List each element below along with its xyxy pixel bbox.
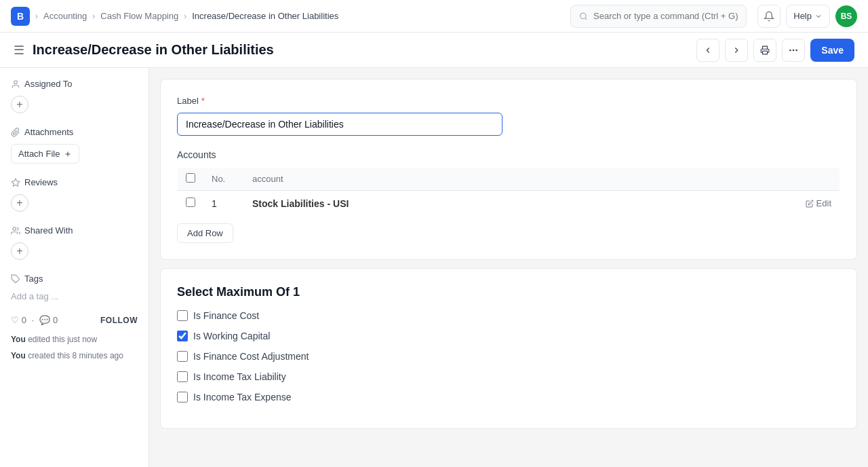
checkbox-is-income-tax-expense[interactable] (177, 392, 188, 403)
add-shared-with-button[interactable]: + (11, 242, 28, 260)
topnav-actions: Help BS (757, 5, 857, 28)
chevron-right-icon (732, 45, 741, 55)
ellipsis-icon (788, 45, 799, 56)
svg-point-2 (790, 50, 791, 50)
row-no-cell: 1 (203, 191, 244, 217)
option-is-finance-cost[interactable]: Is Finance Cost (177, 310, 840, 321)
col-header-checkbox (178, 168, 204, 191)
breadcrumb-sep-3: › (184, 12, 186, 21)
select-all-checkbox[interactable] (186, 173, 195, 183)
breadcrumb-sep-2: › (92, 12, 95, 21)
col-header-no: No. (203, 168, 244, 191)
attachments-title: Attachments (11, 127, 138, 137)
tags-section: Tags Add a tag ... (11, 274, 138, 301)
label-field-label-row: Label * (177, 96, 840, 106)
option-label-is-finance-cost-adjustment: Is Finance Cost Adjustment (193, 351, 309, 362)
row-checkbox[interactable] (186, 198, 195, 207)
sidebar: Assigned To + Attachments Attach File Re… (0, 68, 149, 467)
chevron-down-icon (814, 12, 823, 20)
assigned-to-title: Assigned To (11, 79, 138, 89)
option-label-is-finance-cost: Is Finance Cost (193, 310, 259, 321)
app-logo[interactable]: B (11, 7, 30, 26)
top-navigation: B › Accounting › Cash Flow Mapping › Inc… (0, 0, 868, 33)
page-title: Increase/Decrease in Other Liabilities (33, 42, 688, 58)
option-is-finance-cost-adjustment[interactable]: Is Finance Cost Adjustment (177, 351, 840, 362)
checkbox-is-income-tax-liability[interactable] (177, 371, 188, 382)
save-button[interactable]: Save (810, 39, 854, 62)
page-actions: Save (696, 39, 854, 62)
help-button[interactable]: Help (786, 5, 830, 28)
svg-rect-1 (763, 51, 768, 54)
breadcrumb-cash-flow[interactable]: Cash Flow Mapping (100, 11, 178, 21)
breadcrumb-current: Increase/Decrease in Other Liabilities (192, 11, 338, 21)
svg-point-3 (793, 50, 794, 50)
table-row: 1 Stock Liabilities - USI Edit (178, 191, 840, 217)
add-assigned-to-button[interactable]: + (11, 96, 28, 113)
breadcrumb-sep-1: › (35, 12, 38, 21)
add-tag-input[interactable]: Add a tag ... (11, 291, 58, 301)
checkbox-is-working-capital[interactable] (177, 331, 188, 341)
accounts-table: No. account 1 Stock Liabilities - USI (177, 167, 840, 217)
activity-item-2: You created this 8 minutes ago (11, 350, 138, 362)
printer-icon (760, 45, 770, 55)
prev-button[interactable] (696, 39, 719, 62)
more-options-button[interactable] (782, 39, 805, 62)
accounts-section-label: Accounts (177, 149, 840, 160)
main-content: Label * Accounts No. account (149, 68, 868, 467)
svg-point-4 (796, 50, 797, 50)
search-bar[interactable] (570, 5, 747, 28)
label-accounts-card: Label * Accounts No. account (160, 79, 857, 260)
checkbox-is-finance-cost-adjustment[interactable] (177, 351, 188, 362)
plus-icon (64, 150, 72, 158)
assigned-to-section: Assigned To + (11, 79, 138, 113)
col-header-actions (786, 168, 840, 191)
option-is-income-tax-expense[interactable]: Is Income Tax Expense (177, 392, 840, 403)
pencil-icon (806, 200, 814, 208)
activity-item-1: You edited this just now (11, 333, 138, 345)
reviews-section: Reviews + (11, 177, 138, 212)
label-field-input[interactable] (177, 113, 502, 136)
select-maximum-card: Select Maximum Of 1 Is Finance Cost Is W… (160, 268, 857, 429)
edit-row-button[interactable]: Edit (806, 198, 831, 208)
search-icon (579, 12, 588, 21)
chevron-left-icon (703, 45, 713, 55)
tag-icon (11, 274, 20, 284)
col-header-account: account (244, 168, 786, 191)
avatar[interactable]: BS (835, 5, 857, 27)
checkbox-is-finance-cost[interactable] (177, 310, 188, 321)
paperclip-icon (11, 128, 20, 137)
print-button[interactable] (753, 39, 776, 62)
breadcrumb-accounting[interactable]: Accounting (43, 11, 87, 21)
option-label-is-income-tax-liability: Is Income Tax Liability (193, 371, 286, 382)
svg-marker-8 (12, 179, 20, 186)
attach-file-button[interactable]: Attach File (11, 144, 79, 164)
row-account-cell: Stock Liabilities - USI (244, 191, 786, 217)
option-label-is-income-tax-expense: Is Income Tax Expense (193, 392, 291, 403)
main-layout: Assigned To + Attachments Attach File Re… (0, 68, 868, 467)
share-icon (11, 226, 20, 236)
option-label-is-working-capital: Is Working Capital (193, 331, 270, 341)
tags-title: Tags (11, 274, 138, 284)
search-input[interactable] (593, 11, 738, 21)
svg-point-0 (580, 13, 587, 19)
likes-row: ♡ 0 · 💬 0 FOLLOW (11, 315, 138, 325)
menu-toggle-button[interactable]: ☰ (14, 43, 24, 58)
comments-button[interactable]: 💬 0 (39, 315, 58, 325)
option-is-working-capital[interactable]: Is Working Capital (177, 331, 840, 341)
add-review-button[interactable]: + (11, 194, 28, 212)
page-header: ☰ Increase/Decrease in Other Liabilities… (0, 33, 868, 68)
option-is-income-tax-liability[interactable]: Is Income Tax Liability (177, 371, 840, 382)
like-button[interactable]: ♡ 0 (11, 315, 26, 325)
row-checkbox-cell (178, 191, 204, 217)
row-edit-cell: Edit (786, 191, 840, 217)
follow-button[interactable]: FOLLOW (100, 316, 138, 325)
shared-with-section: Shared With + (11, 225, 138, 260)
next-button[interactable] (725, 39, 748, 62)
star-icon (11, 178, 20, 187)
add-row-button[interactable]: Add Row (177, 223, 233, 243)
svg-point-9 (13, 227, 16, 230)
required-indicator: * (201, 96, 205, 106)
shared-with-title: Shared With (11, 225, 138, 236)
notifications-button[interactable] (757, 5, 781, 28)
attachments-section: Attachments Attach File (11, 127, 138, 164)
